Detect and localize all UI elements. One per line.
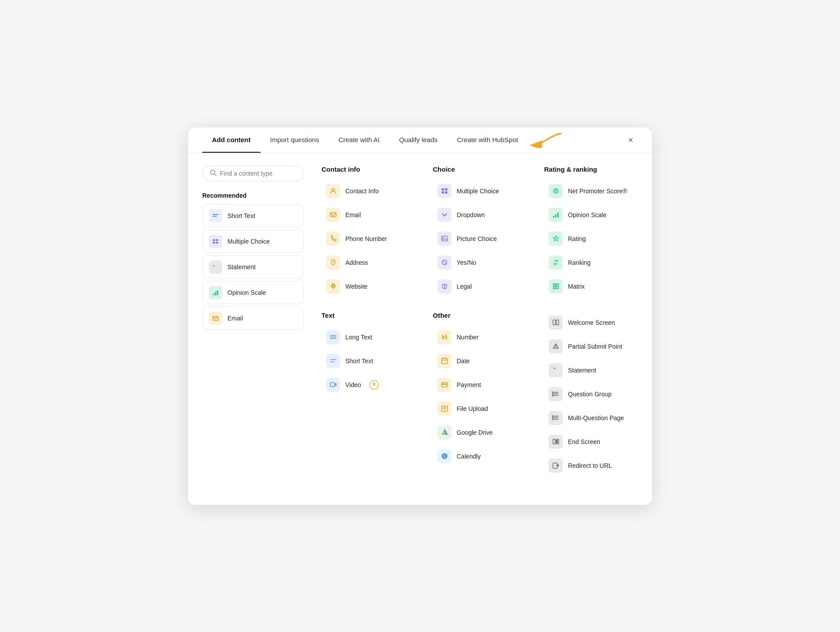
other-items: Number Date bbox=[433, 326, 526, 467]
svg-rect-74 bbox=[553, 320, 556, 325]
item-rating[interactable]: Rating bbox=[544, 228, 638, 250]
welcome-screen-icon bbox=[549, 316, 563, 330]
svg-rect-7 bbox=[213, 242, 215, 244]
item-welcome-screen[interactable]: Welcome Screen bbox=[544, 312, 638, 334]
item-email[interactable]: Email bbox=[322, 204, 415, 226]
item-google-drive[interactable]: Google Drive bbox=[433, 421, 526, 444]
svg-rect-90 bbox=[556, 439, 557, 444]
item-end-screen[interactable]: End Screen bbox=[544, 431, 638, 453]
item-label: File Upload bbox=[457, 405, 488, 412]
sidebar-item-opinion-scale[interactable]: Opinion Scale bbox=[202, 281, 304, 304]
opinion-scale-icon bbox=[549, 208, 563, 222]
search-input[interactable] bbox=[220, 170, 296, 177]
svg-rect-40 bbox=[442, 358, 447, 364]
item-number[interactable]: Number bbox=[433, 326, 526, 348]
website-icon bbox=[326, 279, 340, 293]
item-short-text[interactable]: Short Text bbox=[322, 350, 415, 372]
rating-items: Net Promoter Score® Opinion Scale bbox=[544, 180, 638, 297]
item-matrix[interactable]: Matrix bbox=[544, 275, 638, 297]
item-label: Multiple Choice bbox=[457, 188, 499, 195]
item-multi-question-page[interactable]: Multi-Question Page bbox=[544, 407, 638, 429]
item-multiple-choice[interactable]: Multiple Choice bbox=[433, 180, 526, 202]
other-title: Other bbox=[433, 312, 526, 319]
sidebar-item-multiple-choice[interactable]: Multiple Choice bbox=[202, 230, 304, 253]
item-payment[interactable]: Payment bbox=[433, 374, 526, 396]
item-label: Multi-Question Page bbox=[568, 414, 624, 421]
svg-point-51 bbox=[443, 455, 446, 457]
svg-rect-5 bbox=[213, 239, 215, 241]
item-long-text[interactable]: Long Text bbox=[322, 326, 415, 348]
svg-point-78 bbox=[555, 347, 556, 348]
svg-rect-44 bbox=[442, 383, 447, 387]
item-file-upload[interactable]: File Upload bbox=[433, 398, 526, 420]
tab-create-with-ai[interactable]: Create with AI bbox=[329, 128, 389, 153]
item-contact-info[interactable]: Contact Info bbox=[322, 180, 415, 202]
item-date[interactable]: Date bbox=[433, 350, 526, 372]
date-icon bbox=[437, 354, 451, 368]
modal-header: Add content Import questions Create with… bbox=[188, 128, 652, 153]
sidebar-item-email[interactable]: Email bbox=[202, 307, 304, 330]
item-video[interactable]: Video bbox=[322, 374, 415, 396]
column-choice: Choice Multiple Choice bbox=[433, 166, 526, 491]
end-screen-icon bbox=[549, 435, 563, 449]
item-label: Google Drive bbox=[457, 429, 493, 436]
svg-text:": " bbox=[553, 366, 556, 374]
item-picture-choice[interactable]: Picture Choice bbox=[433, 228, 526, 250]
item-label: Redirect to URL bbox=[568, 462, 612, 469]
item-label: Welcome Screen bbox=[568, 319, 615, 326]
item-partial-submit[interactable]: Partial Submit Point bbox=[544, 335, 638, 357]
payment-icon bbox=[437, 378, 451, 392]
item-address[interactable]: Address bbox=[322, 252, 415, 274]
svg-rect-68 bbox=[553, 286, 555, 287]
item-phone-number[interactable]: Phone Number bbox=[322, 228, 415, 250]
sidebar-item-short-text[interactable]: Short Text bbox=[202, 204, 304, 227]
item-legal[interactable]: Legal bbox=[433, 275, 526, 297]
item-ranking[interactable]: Ranking bbox=[544, 252, 638, 274]
contact-info-items: Contact Info Email bbox=[322, 180, 415, 297]
tab-create-with-hubspot[interactable]: Create with HubSpot bbox=[447, 128, 528, 153]
item-label: Number bbox=[457, 334, 479, 341]
search-box[interactable] bbox=[202, 166, 304, 181]
section-other: Other Number bbox=[433, 312, 526, 467]
modal-body: Recommended Short Text bbox=[188, 153, 652, 505]
picture-choice-icon bbox=[437, 232, 451, 246]
svg-rect-60 bbox=[555, 214, 556, 218]
close-button[interactable]: × bbox=[624, 133, 638, 147]
item-label: Ranking bbox=[568, 259, 590, 266]
contact-info-title: Contact info bbox=[322, 166, 415, 173]
tab-qualify-leads[interactable]: Qualify leads bbox=[390, 128, 447, 153]
section-contact-info: Contact info Contact Info bbox=[322, 166, 415, 297]
svg-rect-26 bbox=[442, 188, 444, 191]
svg-rect-30 bbox=[442, 236, 447, 241]
item-opinion-scale[interactable]: Opinion Scale bbox=[544, 204, 638, 226]
item-website[interactable]: Website bbox=[322, 275, 415, 297]
tab-import-questions[interactable]: Import questions bbox=[261, 128, 329, 153]
sidebar-item-label: Statement bbox=[227, 263, 256, 271]
svg-rect-73 bbox=[557, 288, 559, 289]
item-yes-no[interactable]: Yes/No bbox=[433, 252, 526, 274]
item-question-group[interactable]: Question Group bbox=[544, 383, 638, 405]
item-redirect-url[interactable]: Redirect to URL bbox=[544, 455, 638, 477]
multi-question-page-icon bbox=[549, 411, 563, 425]
partial-submit-icon bbox=[549, 339, 563, 354]
nps-icon bbox=[549, 184, 563, 198]
item-label: Phone Number bbox=[345, 235, 387, 242]
item-dropdown[interactable]: Dropdown bbox=[433, 204, 526, 226]
item-nps[interactable]: Net Promoter Score® bbox=[544, 180, 638, 202]
item-statement[interactable]: " Statement bbox=[544, 359, 638, 381]
svg-point-57 bbox=[555, 190, 557, 192]
sidebar-item-statement[interactable]: " Statement bbox=[202, 256, 304, 278]
svg-rect-70 bbox=[557, 286, 559, 287]
multiple-choice-icon bbox=[209, 235, 222, 248]
svg-rect-27 bbox=[445, 188, 447, 191]
svg-rect-61 bbox=[557, 212, 559, 218]
choice-items: Multiple Choice Dropdown bbox=[433, 180, 526, 297]
item-label: Short Text bbox=[345, 357, 373, 365]
item-calendly[interactable]: Calendly bbox=[433, 445, 526, 467]
column-rating: Rating & ranking Net Promoter Score® bbox=[544, 166, 638, 491]
section-rating: Rating & ranking Net Promoter Score® bbox=[544, 166, 638, 297]
calendly-icon bbox=[437, 449, 451, 463]
rating-icon bbox=[549, 232, 563, 246]
matrix-icon bbox=[549, 279, 563, 293]
tab-add-content[interactable]: Add content bbox=[202, 128, 261, 153]
